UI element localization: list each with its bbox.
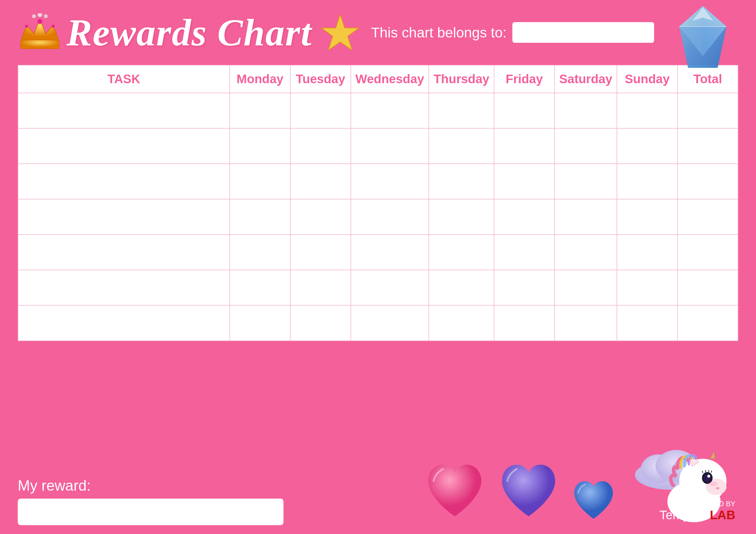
table-row (18, 270, 738, 305)
table-cell[interactable] (554, 235, 617, 270)
table-cell[interactable] (18, 235, 230, 270)
heart-purple-icon (496, 460, 561, 525)
table-cell[interactable] (554, 305, 617, 341)
diamond-icon (667, 3, 738, 74)
table-cell[interactable] (677, 305, 738, 341)
belongs-to-section: This chart belongs to: (371, 22, 654, 43)
table-cell[interactable] (429, 270, 494, 305)
table-cell[interactable] (677, 128, 738, 164)
table-cell[interactable] (554, 270, 617, 305)
table-cell[interactable] (494, 164, 554, 199)
table-cell[interactable] (677, 235, 738, 270)
heart-pink-icon (422, 460, 487, 525)
svg-point-5 (32, 14, 36, 18)
table-cell[interactable] (351, 164, 429, 199)
table-cell[interactable] (429, 93, 494, 128)
table-cell[interactable] (351, 93, 429, 128)
table-cell[interactable] (351, 235, 429, 270)
table-row (18, 164, 738, 199)
table-cell[interactable] (617, 199, 677, 235)
table-cell[interactable] (494, 305, 554, 341)
table-cell[interactable] (554, 128, 617, 164)
table-cell[interactable] (18, 305, 230, 341)
table-cell[interactable] (351, 199, 429, 235)
template-label: Template (660, 508, 710, 522)
reward-label: My reward: (18, 477, 284, 494)
table-cell[interactable] (554, 199, 617, 235)
table-row (18, 199, 738, 235)
table-cell[interactable] (290, 164, 351, 199)
table-cell[interactable] (677, 93, 738, 128)
name-input[interactable] (512, 22, 654, 43)
table-cell[interactable] (18, 164, 230, 199)
svg-point-22 (716, 487, 719, 490)
table-cell[interactable] (351, 270, 429, 305)
table-cell[interactable] (677, 199, 738, 235)
table-cell[interactable] (230, 128, 290, 164)
table-cell[interactable] (429, 164, 494, 199)
table-cell[interactable] (429, 235, 494, 270)
table-cell[interactable] (18, 93, 230, 128)
reward-input[interactable] (18, 498, 284, 525)
table-cell[interactable] (290, 93, 351, 128)
table-cell[interactable] (230, 164, 290, 199)
table-cell[interactable] (18, 128, 230, 164)
col-tuesday: Tuesday (290, 65, 351, 93)
table-cell[interactable] (494, 270, 554, 305)
table-cell[interactable] (494, 128, 554, 164)
table-cell[interactable] (617, 164, 677, 199)
svg-rect-1 (21, 40, 59, 49)
footer-area: My reward: (18, 443, 738, 525)
svg-point-4 (52, 25, 55, 28)
table-cell[interactable] (554, 93, 617, 128)
svg-point-7 (44, 14, 48, 18)
table-cell[interactable] (617, 305, 677, 341)
crown-icon (18, 13, 62, 52)
templatelab-branding: CREATED BY TemplateLAB (660, 500, 735, 522)
svg-point-25 (707, 475, 710, 478)
col-task: TASK (18, 65, 230, 93)
table-cell[interactable] (290, 270, 351, 305)
svg-point-24 (704, 474, 711, 482)
svg-marker-30 (710, 451, 715, 459)
table-cell[interactable] (677, 270, 738, 305)
unicorn-cloud-area: CREATED BY TemplateLAB (626, 443, 738, 525)
table-cell[interactable] (18, 270, 230, 305)
table-cell[interactable] (494, 93, 554, 128)
table-cell[interactable] (230, 199, 290, 235)
table-cell[interactable] (617, 270, 677, 305)
table-cell[interactable] (290, 128, 351, 164)
table-cell[interactable] (290, 305, 351, 341)
table-cell[interactable] (351, 305, 429, 341)
svg-marker-12 (679, 27, 726, 68)
col-friday: Friday (494, 65, 554, 93)
col-monday: Monday (230, 65, 290, 93)
table-cell[interactable] (494, 199, 554, 235)
table-cell[interactable] (230, 270, 290, 305)
table-cell[interactable] (554, 164, 617, 199)
table-cell[interactable] (18, 199, 230, 235)
table-cell[interactable] (290, 235, 351, 270)
svg-point-3 (25, 25, 28, 28)
table-cell[interactable] (617, 93, 677, 128)
table-cell[interactable] (429, 128, 494, 164)
table-row (18, 93, 738, 128)
page-title: Rewards Chart (67, 10, 312, 55)
table-cell[interactable] (429, 305, 494, 341)
table-cell[interactable] (290, 199, 351, 235)
svg-point-6 (38, 13, 42, 17)
table-cell[interactable] (230, 305, 290, 341)
table-cell[interactable] (429, 199, 494, 235)
table-cell[interactable] (617, 128, 677, 164)
table-cell[interactable] (230, 235, 290, 270)
table-cell[interactable] (617, 235, 677, 270)
main-container: Rewards Chart This chart belongs to: (0, 0, 756, 534)
svg-point-2 (38, 19, 42, 24)
rewards-table: TASK Monday Tuesday Wednesday Thursday F… (18, 65, 738, 341)
table-cell[interactable] (494, 235, 554, 270)
table-cell[interactable] (351, 128, 429, 164)
belongs-to-label: This chart belongs to: (371, 24, 507, 41)
table-cell[interactable] (677, 164, 738, 199)
table-cell[interactable] (230, 93, 290, 128)
table-row (18, 128, 738, 164)
